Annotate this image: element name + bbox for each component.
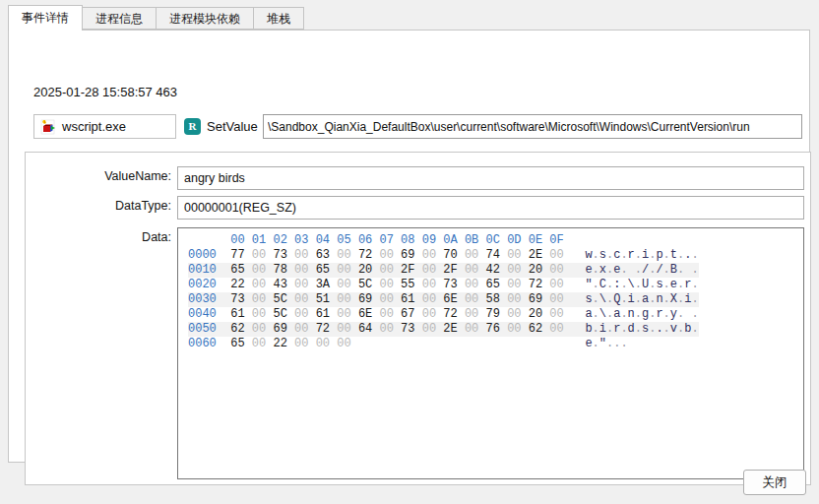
data-type-label: DataType: bbox=[26, 199, 171, 213]
registry-icon: R bbox=[184, 118, 201, 135]
hex-row: 0010 65 00 78 00 65 00 20 00 2F 00 2F 00… bbox=[188, 263, 699, 278]
hex-header-row: 00 01 02 03 04 05 06 07 08 09 0A 0B 0C 0… bbox=[188, 233, 699, 248]
tab-bar: 事件详情进程信息进程模块依赖堆栈 bbox=[8, 5, 304, 31]
process-field[interactable]: wscript.exe bbox=[33, 114, 176, 139]
process-name: wscript.exe bbox=[62, 119, 126, 134]
hex-row: 0020 22 00 43 00 3A 00 5C 00 55 00 73 00… bbox=[188, 278, 699, 292]
tab-event-details[interactable]: 事件详情 bbox=[8, 5, 83, 31]
hex-row: 0060 65 00 22 00 00 00 e."... bbox=[188, 337, 699, 351]
tab-stack[interactable]: 堆栈 bbox=[254, 7, 304, 30]
value-group-box: ValueName: DataType: Data: 00 01 02 03 0… bbox=[25, 152, 811, 485]
value-name-label: ValueName: bbox=[26, 169, 171, 183]
close-button[interactable]: 关闭 bbox=[743, 470, 806, 495]
data-label: Data: bbox=[26, 230, 171, 244]
event-timestamp: 2025-01-28 15:58:57 463 bbox=[33, 85, 177, 99]
value-name-field[interactable] bbox=[177, 166, 804, 190]
tab-process-info[interactable]: 进程信息 bbox=[83, 7, 157, 30]
tab-module-deps[interactable]: 进程模块依赖 bbox=[157, 7, 254, 30]
event-detail-panel: 2025-01-28 15:58:57 463 wscript.exe R Se… bbox=[8, 30, 810, 463]
operation-label: SetValue bbox=[207, 114, 258, 139]
hex-viewer[interactable]: 00 01 02 03 04 05 06 07 08 09 0A 0B 0C 0… bbox=[177, 227, 804, 479]
hex-rows: 00 01 02 03 04 05 06 07 08 09 0A 0B 0C 0… bbox=[188, 233, 699, 351]
event-detail-window: 事件详情进程信息进程模块依赖堆栈 2025-01-28 15:58:57 463… bbox=[0, 0, 819, 504]
registry-path-input[interactable] bbox=[263, 114, 802, 139]
hex-row: 0050 62 00 69 00 72 00 64 00 73 00 2E 00… bbox=[188, 322, 699, 337]
hex-row: 0030 73 00 5C 00 51 00 69 00 61 00 6E 00… bbox=[188, 292, 699, 307]
wscript-icon bbox=[40, 119, 56, 135]
hex-row: 0000 77 00 73 00 63 00 72 00 69 00 70 00… bbox=[188, 248, 699, 263]
hex-row: 0040 61 00 5C 00 61 00 6E 00 67 00 72 00… bbox=[188, 307, 699, 322]
data-type-field[interactable] bbox=[177, 196, 804, 220]
